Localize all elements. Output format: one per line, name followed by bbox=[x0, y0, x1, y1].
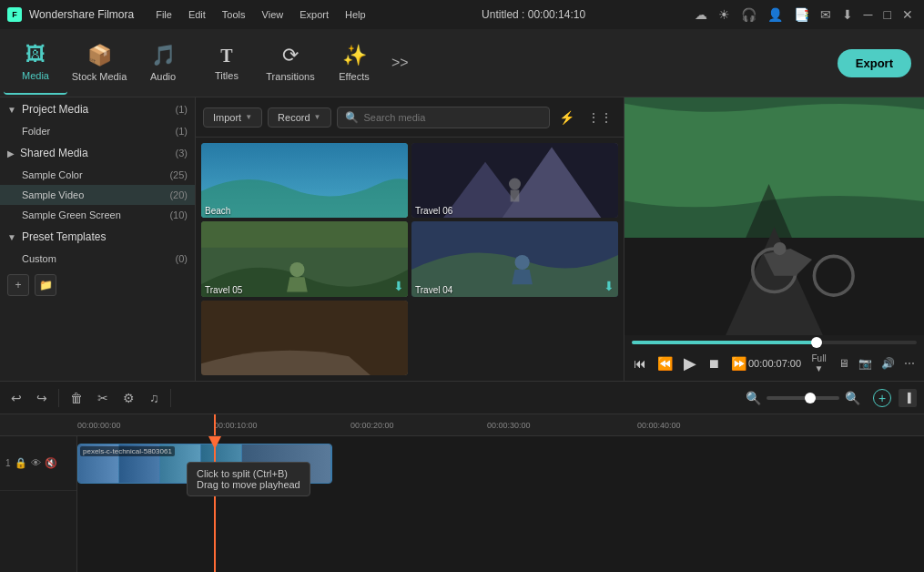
audio-settings-icon[interactable]: ♫ bbox=[146, 389, 163, 407]
shared-media-count: (3) bbox=[176, 148, 188, 158]
travel04-download-icon[interactable]: ⬇ bbox=[604, 279, 614, 293]
preview-time: 00:00:07:00 bbox=[748, 358, 801, 369]
custom-item[interactable]: Custom (0) bbox=[0, 249, 195, 269]
project-media-label: Project Media bbox=[22, 103, 176, 116]
menu-help[interactable]: Help bbox=[338, 5, 373, 24]
svg-point-8 bbox=[289, 262, 304, 277]
import-button[interactable]: Import ▼ bbox=[203, 107, 262, 128]
undo-button[interactable]: ↩ bbox=[7, 389, 25, 407]
export-button[interactable]: Export bbox=[838, 49, 911, 77]
track-lock-icon[interactable]: 🔒 bbox=[15, 457, 27, 469]
stock-label: Stock Media bbox=[72, 71, 127, 82]
play-button[interactable]: ▶ bbox=[682, 352, 698, 375]
skip-forward-button[interactable]: ⏩ bbox=[729, 354, 748, 373]
sample-green-screen-label: Sample Green Screen bbox=[22, 209, 169, 220]
control-row: ⏮ ⏪ ▶ ⏹ ⏩ 00:00:07:00 Full ▼ 🖥 📷 🔊 ⋯ bbox=[632, 352, 917, 375]
zoom-in-icon[interactable]: 🔍 bbox=[845, 391, 860, 405]
bookmark-icon[interactable]: 📑 bbox=[794, 7, 809, 22]
toolbar-transitions[interactable]: ⟳ Transitions bbox=[259, 31, 322, 95]
zoom-handle[interactable] bbox=[805, 393, 816, 403]
sample-green-screen-item[interactable]: Sample Green Screen (10) bbox=[0, 205, 195, 225]
custom-label: Custom bbox=[22, 253, 176, 264]
headphones-icon[interactable]: 🎧 bbox=[741, 7, 756, 22]
toolbar-stock-media[interactable]: 📦 Stock Media bbox=[67, 31, 131, 95]
menu-file[interactable]: File bbox=[148, 5, 179, 24]
more-options-icon[interactable]: ⋯ bbox=[902, 355, 917, 372]
media-item-travel06[interactable]: Travel 06 bbox=[411, 143, 618, 218]
effects-icon: ✨ bbox=[342, 44, 367, 67]
window-title: Untitled : 00:00:14:10 bbox=[381, 8, 687, 21]
preset-templates-header[interactable]: ▼ Preset Templates bbox=[0, 225, 195, 249]
folder-item[interactable]: Folder (1) bbox=[0, 121, 195, 141]
audio-label: Audio bbox=[150, 71, 176, 82]
app-name: Wondershare Filmora bbox=[29, 8, 134, 21]
download-icon[interactable]: ⬇ bbox=[842, 7, 853, 22]
ruler-time-40: 00:00:40:00 bbox=[637, 421, 681, 430]
search-input[interactable] bbox=[364, 112, 543, 123]
settings-icon[interactable]: ⚙ bbox=[119, 389, 138, 407]
travel05-download-icon[interactable]: ⬇ bbox=[393, 279, 404, 293]
media-panel: Import ▼ Record ▼ 🔍 ⚡ ⋮⋮ bbox=[196, 97, 624, 381]
playhead[interactable] bbox=[214, 436, 216, 572]
search-icon: 🔍 bbox=[345, 111, 359, 124]
toolbar-audio[interactable]: 🎵 Audio bbox=[131, 31, 195, 95]
skip-back-button[interactable]: ⏮ bbox=[632, 354, 648, 373]
travel04-label: Travel 04 bbox=[415, 285, 452, 295]
track-hide-icon[interactable]: 👁 bbox=[31, 457, 41, 469]
sample-color-count: (25) bbox=[169, 169, 188, 180]
transitions-label: Transitions bbox=[266, 71, 314, 82]
media-item-travel04[interactable]: Travel 04 ⬇ bbox=[411, 221, 618, 296]
progress-thumb[interactable] bbox=[811, 337, 822, 348]
camera-icon[interactable]: 📷 bbox=[857, 355, 874, 372]
media-item-beach[interactable]: Beach bbox=[201, 143, 408, 218]
toolbar-more-icon[interactable]: >> bbox=[386, 55, 414, 71]
minimize-button[interactable]: ─ bbox=[864, 7, 873, 22]
partial-thumbnail bbox=[201, 301, 408, 375]
menu-export[interactable]: Export bbox=[292, 5, 336, 24]
zoom-slider[interactable] bbox=[767, 396, 839, 400]
redo-button[interactable]: ↪ bbox=[33, 389, 51, 407]
main-toolbar: 🖼 Media 📦 Stock Media 🎵 Audio T Titles ⟳… bbox=[0, 29, 924, 97]
grid-toggle-icon[interactable]: ⋮⋮ bbox=[584, 107, 616, 128]
cut-button[interactable]: ✂ bbox=[94, 389, 112, 407]
end-button[interactable]: ▐ bbox=[899, 389, 917, 407]
progress-bar[interactable] bbox=[632, 341, 917, 344]
step-back-button[interactable]: ⏪ bbox=[655, 354, 675, 373]
menu-view[interactable]: View bbox=[255, 5, 291, 24]
maximize-button[interactable]: □ bbox=[884, 7, 891, 22]
shared-media-header[interactable]: ▶ Shared Media (3) bbox=[0, 141, 195, 165]
monitor-icon[interactable]: 🖥 bbox=[837, 355, 851, 372]
content-area: ▼ Project Media (1) Folder (1) ▶ Shared … bbox=[0, 97, 924, 381]
filter-icon[interactable]: ⚡ bbox=[555, 107, 578, 128]
add-media-button[interactable]: + bbox=[7, 274, 29, 296]
sample-color-item[interactable]: Sample Color (25) bbox=[0, 165, 195, 185]
close-button[interactable]: ✕ bbox=[902, 7, 913, 22]
split-tooltip-line1: Click to split (Ctrl+B) bbox=[197, 468, 300, 479]
track-mute-icon[interactable]: 🔇 bbox=[45, 457, 57, 469]
toolbar-media[interactable]: 🖼 Media bbox=[4, 31, 67, 95]
project-media-header[interactable]: ▼ Project Media (1) bbox=[0, 97, 195, 121]
stop-button[interactable]: ⏹ bbox=[706, 354, 722, 373]
user-icon[interactable]: 👤 bbox=[767, 7, 783, 22]
project-media-count: (1) bbox=[176, 104, 188, 115]
menu-tools[interactable]: Tools bbox=[215, 5, 253, 24]
record-button[interactable]: Record ▼ bbox=[268, 107, 330, 128]
menu-edit[interactable]: Edit bbox=[181, 5, 213, 24]
open-folder-button[interactable]: 📁 bbox=[35, 274, 56, 296]
zoom-out-icon[interactable]: 🔍 bbox=[746, 391, 761, 405]
toolbar-titles[interactable]: T Titles bbox=[195, 31, 259, 95]
add-track-button[interactable]: + bbox=[873, 389, 891, 407]
delete-button[interactable]: 🗑 bbox=[66, 389, 86, 407]
cloud-icon[interactable]: ☁ bbox=[695, 7, 707, 22]
volume-icon[interactable]: 🔊 bbox=[879, 355, 897, 372]
sample-video-item[interactable]: Sample Video (20) bbox=[0, 185, 195, 205]
sun-icon[interactable]: ☀ bbox=[718, 7, 730, 22]
timeline-area: Click to split (Ctrl+B) Drag to move pla… bbox=[77, 436, 924, 572]
toolbar-effects[interactable]: ✨ Effects bbox=[322, 31, 386, 95]
travel05-label: Travel 05 bbox=[205, 285, 242, 295]
preset-templates-label: Preset Templates bbox=[22, 230, 188, 243]
mail-icon[interactable]: ✉ bbox=[820, 7, 831, 22]
media-item-travel05[interactable]: Travel 05 ⬇ bbox=[201, 221, 408, 296]
fullscreen-label[interactable]: Full ▼ bbox=[807, 352, 831, 375]
media-item-partial[interactable] bbox=[201, 301, 408, 375]
